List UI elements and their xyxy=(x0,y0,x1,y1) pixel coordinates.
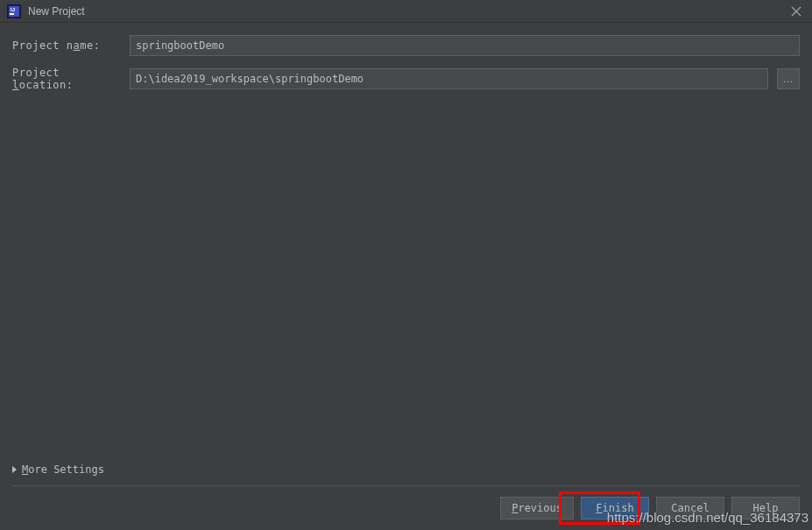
previous-button[interactable]: Previous xyxy=(500,497,574,519)
expand-icon xyxy=(12,466,17,473)
svg-rect-2 xyxy=(10,13,14,15)
help-button[interactable]: Help xyxy=(731,497,800,519)
button-bar: Previous Finish Cancel Help xyxy=(500,497,800,519)
project-name-label: Project name: xyxy=(12,39,121,52)
more-settings-toggle[interactable]: More Settings xyxy=(12,463,800,483)
svg-text:IJ: IJ xyxy=(11,7,15,12)
more-settings-label: More Settings xyxy=(22,463,104,476)
window-title: New Project xyxy=(28,5,787,18)
project-name-row: Project name: xyxy=(12,35,800,56)
divider xyxy=(12,485,800,486)
project-location-row: Project location: ... xyxy=(12,67,800,91)
browse-button[interactable]: ... xyxy=(777,68,800,89)
intellij-icon: IJ xyxy=(7,4,21,18)
close-icon[interactable] xyxy=(787,3,805,20)
project-location-label: Project location: xyxy=(12,67,121,91)
finish-button[interactable]: Finish xyxy=(581,497,649,519)
project-name-input[interactable] xyxy=(130,35,800,56)
titlebar: IJ New Project xyxy=(0,0,812,23)
form-content: Project name: Project location: ... xyxy=(0,23,812,91)
cancel-button[interactable]: Cancel xyxy=(656,497,724,519)
project-location-input[interactable] xyxy=(130,68,768,89)
